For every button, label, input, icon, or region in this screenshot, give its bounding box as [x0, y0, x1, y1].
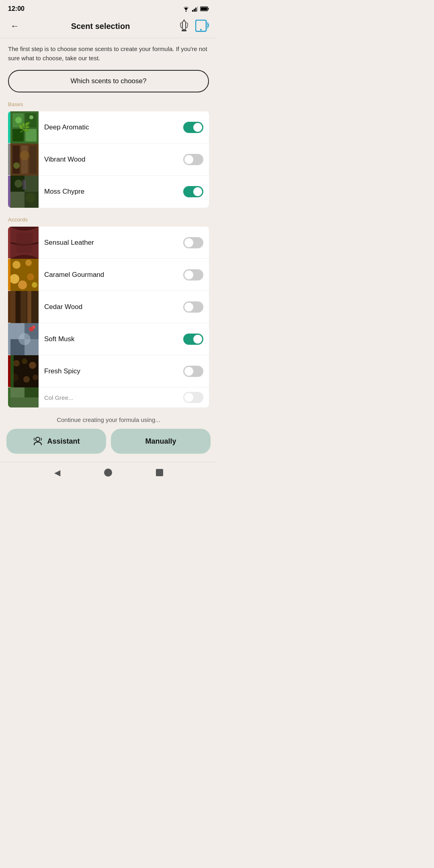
list-item: Sensual Leather — [8, 227, 209, 259]
list-item: Cedar Wood — [8, 291, 209, 323]
soft-musk-toggle[interactable] — [183, 334, 203, 345]
scent-name: Sensual Leather — [44, 239, 183, 247]
scent-image — [10, 111, 39, 143]
svg-point-54 — [18, 333, 31, 345]
svg-rect-46 — [21, 291, 27, 323]
svg-rect-29 — [10, 192, 25, 208]
android-home-button[interactable] — [104, 469, 112, 477]
android-recents-button[interactable] — [156, 469, 163, 476]
status-time: 12:00 — [8, 5, 25, 12]
svg-rect-44 — [10, 291, 15, 323]
col-green-toggle[interactable] — [183, 392, 203, 403]
android-back-button[interactable]: ◀ — [54, 468, 60, 477]
main-content: The first step is to choose some scents … — [0, 38, 217, 407]
signal-icon — [192, 6, 198, 12]
continue-text: Continue creating your formula using... — [8, 416, 209, 423]
list-item: Soft Musk — [8, 323, 209, 355]
svg-point-38 — [25, 260, 32, 266]
svg-point-59 — [22, 358, 27, 364]
svg-point-0 — [186, 11, 187, 12]
top-nav: ← Scent selection — [0, 16, 217, 38]
scent-name: Cedar Wood — [44, 303, 183, 311]
list-item-partial: Col Gree... — [8, 387, 209, 407]
svg-point-19 — [29, 115, 33, 119]
back-button[interactable]: ← — [7, 19, 23, 33]
svg-point-60 — [29, 362, 36, 369]
android-nav: ◀ — [0, 462, 217, 483]
scent-image — [10, 176, 39, 208]
scent-image — [10, 227, 39, 259]
svg-point-32 — [26, 193, 35, 203]
scent-name: Moss Chypre — [44, 188, 183, 196]
svg-rect-7 — [208, 8, 209, 10]
svg-point-62 — [23, 376, 30, 383]
assistant-icon — [33, 436, 43, 446]
bases-list: Deep Aromatic Vibrant Wood — [8, 111, 209, 208]
scent-name: Caramel Gourmand — [44, 271, 183, 279]
deep-aromatic-toggle[interactable] — [183, 122, 203, 133]
svg-point-37 — [12, 261, 20, 269]
svg-rect-45 — [16, 291, 20, 323]
svg-rect-67 — [25, 387, 39, 397]
status-bar: 12:00 — [0, 0, 217, 16]
moss-chypre-toggle[interactable] — [183, 186, 203, 197]
description-text: The first step is to choose some scents … — [8, 45, 209, 63]
svg-rect-1 — [192, 10, 193, 12]
svg-point-69 — [36, 437, 40, 441]
fresh-spicy-toggle[interactable] — [183, 366, 203, 377]
status-icons — [182, 6, 209, 12]
scent-image — [10, 323, 39, 355]
svg-rect-3 — [195, 8, 197, 12]
page-title: Scent selection — [23, 22, 178, 31]
svg-rect-33 — [23, 180, 26, 190]
scent-image — [10, 291, 39, 323]
svg-point-63 — [33, 375, 38, 380]
list-item: Vibrant Wood — [8, 143, 209, 176]
svg-point-18 — [15, 117, 22, 123]
svg-rect-64 — [10, 355, 14, 387]
tablet-icon[interactable] — [195, 20, 210, 33]
caramel-gourmand-toggle[interactable] — [183, 269, 203, 280]
svg-point-31 — [14, 180, 23, 188]
svg-rect-66 — [10, 387, 25, 397]
svg-rect-2 — [194, 9, 195, 12]
scent-image — [10, 143, 39, 176]
wifi-icon — [182, 6, 190, 12]
svg-rect-17 — [25, 129, 37, 141]
accords-list: Sensual Leather Caramel Gourma — [8, 227, 209, 407]
bottom-buttons: Assistant Manually — [0, 429, 217, 462]
manually-button[interactable]: Manually — [111, 429, 211, 454]
sensual-leather-toggle[interactable] — [183, 237, 203, 248]
which-scents-button[interactable]: Which scents to choose? — [8, 70, 209, 92]
scent-image — [10, 259, 39, 291]
scent-name: Deep Aromatic — [44, 123, 183, 131]
manually-label: Manually — [145, 437, 176, 446]
svg-rect-4 — [197, 6, 198, 12]
diffuser-icon[interactable] — [178, 19, 190, 33]
svg-rect-47 — [27, 291, 31, 323]
svg-point-12 — [200, 29, 202, 31]
accords-section-label: Accords — [8, 217, 209, 223]
list-item: Caramel Gourmand — [8, 259, 209, 291]
svg-point-25 — [13, 162, 20, 169]
svg-rect-28 — [25, 176, 39, 192]
svg-point-42 — [32, 282, 37, 288]
svg-point-58 — [13, 360, 20, 366]
svg-rect-48 — [32, 291, 39, 323]
scent-name: Col Gree... — [44, 394, 183, 401]
nav-device-icons — [178, 19, 210, 33]
vibrant-wood-toggle[interactable] — [183, 154, 203, 165]
list-item: Moss Chypre — [8, 176, 209, 208]
cedar-wood-toggle[interactable] — [183, 301, 203, 313]
svg-point-56 — [32, 326, 35, 329]
scent-image — [10, 355, 39, 387]
svg-rect-8 — [182, 21, 186, 30]
svg-point-41 — [18, 280, 27, 289]
scent-name: Fresh Spicy — [44, 367, 183, 375]
scent-image — [10, 387, 39, 407]
list-item: Fresh Spicy — [8, 355, 209, 387]
svg-rect-10 — [182, 30, 186, 31]
assistant-button[interactable]: Assistant — [6, 429, 106, 454]
svg-rect-23 — [29, 145, 37, 174]
assistant-label: Assistant — [47, 437, 80, 446]
